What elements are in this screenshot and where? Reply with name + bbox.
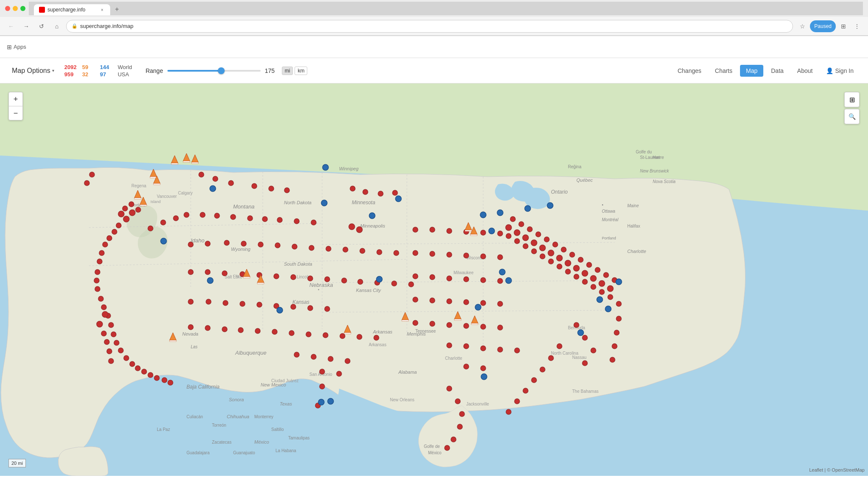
svg-rect-326: [134, 198, 141, 199]
km-unit-button[interactable]: km: [295, 67, 307, 75]
svg-point-176: [238, 328, 243, 333]
svg-point-167: [240, 301, 245, 306]
svg-point-186: [514, 230, 520, 236]
svg-text:México: México: [254, 439, 269, 445]
svg-point-255: [311, 354, 316, 359]
svg-point-271: [459, 411, 465, 417]
reload-button[interactable]: ↺: [36, 20, 47, 32]
nav-charts-link[interactable]: Charts: [709, 65, 738, 77]
svg-point-230: [413, 250, 418, 256]
svg-point-99: [101, 305, 106, 310]
svg-rect-332: [243, 277, 250, 278]
user-profile-button[interactable]: Paused: [810, 20, 836, 32]
svg-text:Golfe de: Golfe de: [424, 444, 440, 449]
minimize-traffic-light[interactable]: [13, 6, 18, 11]
miles-unit-button[interactable]: mi: [282, 67, 293, 75]
svg-point-151: [205, 270, 210, 275]
bookmark-icon[interactable]: ☆: [796, 20, 808, 32]
svg-point-214: [531, 249, 537, 254]
svg-point-275: [616, 301, 621, 306]
svg-point-206: [578, 257, 583, 262]
tab-title: supercharge.info: [47, 7, 85, 13]
range-value: 175: [265, 67, 278, 74]
world-construction-count: 59: [82, 64, 97, 70]
svg-point-225: [430, 227, 435, 232]
svg-point-185: [506, 225, 512, 231]
svg-text:New Brunswick: New Brunswick: [640, 169, 669, 173]
zoom-out-button[interactable]: −: [9, 106, 22, 120]
svg-point-200: [527, 227, 532, 232]
svg-point-239: [464, 277, 469, 282]
more-options-icon[interactable]: ⋮: [851, 20, 863, 32]
map-attribution: Leaflet | © OpenStreetMap: [809, 467, 865, 472]
map-svg: Montana Idaho Wyoming South Dakota North…: [0, 83, 868, 476]
svg-point-233: [464, 253, 469, 258]
svg-point-278: [612, 344, 617, 349]
back-button[interactable]: ←: [5, 20, 17, 32]
svg-text:Saltillo: Saltillo: [271, 427, 284, 432]
svg-point-173: [188, 325, 193, 330]
sign-in-button[interactable]: 👤 Sign In: [820, 65, 860, 77]
svg-rect-334: [257, 283, 264, 284]
map-options-button[interactable]: Map Options ▾: [8, 65, 58, 76]
svg-point-149: [394, 250, 399, 256]
svg-point-119: [104, 339, 109, 345]
map-options-label: Map Options: [12, 67, 50, 75]
svg-point-285: [548, 356, 554, 361]
svg-point-198: [510, 217, 515, 222]
browser-tab[interactable]: supercharge.info ×: [34, 4, 110, 15]
zoom-in-button[interactable]: +: [9, 92, 22, 106]
map-container[interactable]: Montana Idaho Wyoming South Dakota North…: [0, 83, 868, 476]
svg-text:Tamaulipas: Tamaulipas: [288, 436, 310, 440]
search-button[interactable]: 🔍: [844, 109, 860, 124]
apps-menu[interactable]: ⊞ Apps: [7, 44, 26, 50]
world-open-count: 2092: [64, 64, 80, 70]
svg-point-155: [274, 274, 279, 279]
nav-about-link[interactable]: About: [791, 65, 819, 77]
svg-point-217: [557, 264, 562, 269]
svg-rect-316: [171, 163, 178, 164]
maximize-traffic-light[interactable]: [20, 6, 25, 11]
svg-point-115: [173, 216, 178, 221]
nav-map-link[interactable]: Map: [740, 65, 763, 77]
svg-text:La Habana: La Habana: [275, 448, 296, 453]
svg-point-314: [481, 374, 487, 380]
new-tab-button[interactable]: +: [111, 3, 123, 15]
svg-text:Charlotte: Charlotte: [445, 356, 462, 361]
browser-nav-actions: ☆ Paused ⊞ ⋮: [796, 20, 863, 32]
close-traffic-light[interactable]: [5, 6, 10, 11]
svg-point-256: [328, 356, 333, 361]
svg-text:Baja California: Baja California: [186, 384, 220, 390]
sign-in-label: Sign In: [835, 67, 854, 74]
svg-point-147: [360, 248, 365, 253]
nav-data-link[interactable]: Data: [765, 65, 790, 77]
svg-point-178: [272, 329, 277, 334]
svg-text:Calgary: Calgary: [178, 191, 192, 195]
svg-point-209: [604, 272, 609, 278]
svg-point-309: [475, 304, 481, 310]
usa-label: USA: [118, 71, 129, 78]
svg-text:Portland: Portland: [602, 236, 616, 240]
svg-rect-320: [192, 162, 198, 164]
layer-controls: ⊞ 🔍: [844, 92, 860, 124]
tab-close-button[interactable]: ×: [99, 7, 105, 13]
layer-toggle-button[interactable]: ⊞: [844, 92, 860, 107]
svg-point-170: [291, 304, 296, 309]
svg-text:Texas: Texas: [280, 401, 292, 406]
extensions-icon[interactable]: ⊞: [837, 20, 849, 32]
svg-point-148: [377, 250, 382, 255]
svg-point-243: [430, 298, 435, 303]
forward-button[interactable]: →: [20, 20, 32, 32]
svg-rect-336: [344, 333, 351, 334]
svg-point-348: [84, 181, 89, 186]
svg-point-189: [540, 245, 545, 251]
svg-text:•: •: [602, 203, 604, 207]
home-button[interactable]: ⌂: [51, 20, 63, 32]
app-toolbar: ⊞ Apps: [0, 36, 868, 58]
svg-point-175: [222, 327, 227, 332]
svg-text:Minneapolis: Minneapolis: [360, 223, 385, 228]
address-bar[interactable]: 🔒 supercharge.info/map: [66, 20, 793, 33]
svg-text:Albuquerque: Albuquerque: [235, 350, 267, 356]
nav-changes-link[interactable]: Changes: [672, 65, 707, 77]
range-slider[interactable]: [167, 70, 261, 72]
